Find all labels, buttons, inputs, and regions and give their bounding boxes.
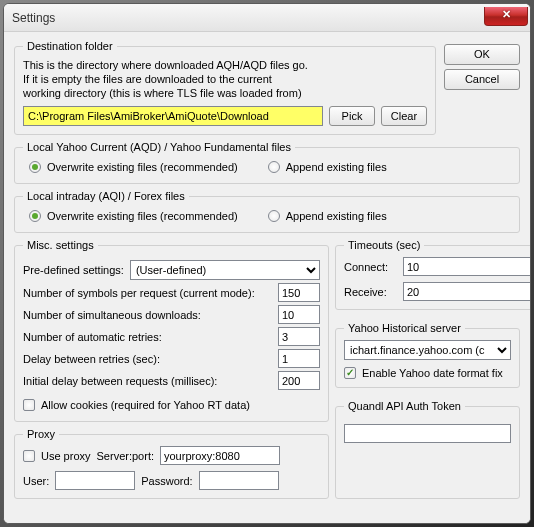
password-input[interactable] (199, 471, 279, 490)
aqd-legend: Local Yahoo Current (AQD) / Yahoo Fundam… (23, 141, 295, 153)
simdl-input[interactable] (278, 305, 320, 324)
clear-button[interactable]: Clear (381, 106, 427, 126)
yahoo-server-select[interactable]: ichart.finance.yahoo.com (c (344, 340, 511, 360)
symreq-label: Number of symbols per request (current m… (23, 287, 272, 299)
predef-select[interactable]: (User-defined) (130, 260, 320, 280)
destination-group: Destination folder This is the directory… (14, 40, 436, 135)
misc-group: Misc. settings Pre-defined settings: (Us… (14, 239, 329, 422)
aqd-append-radio[interactable]: Append existing files (268, 161, 387, 173)
misc-legend: Misc. settings (23, 239, 98, 251)
checkbox-icon (23, 399, 35, 411)
connect-input[interactable] (403, 257, 531, 276)
yahoo-datefix-check[interactable]: Enable Yahoo date format fix (344, 367, 503, 379)
close-button[interactable]: ✕ (484, 7, 528, 26)
checkbox-icon (23, 450, 35, 462)
serverport-input[interactable] (160, 446, 280, 465)
aqi-overwrite-radio[interactable]: Overwrite existing files (recommended) (29, 210, 238, 222)
initdelay-label: Initial delay between requests (millisec… (23, 375, 272, 387)
quandl-legend: Quandl API Auth Token (344, 400, 465, 412)
delayretries-label: Delay between retries (sec): (23, 353, 272, 365)
destination-legend: Destination folder (23, 40, 117, 52)
delayretries-input[interactable] (278, 349, 320, 368)
aqd-group: Local Yahoo Current (AQD) / Yahoo Fundam… (14, 141, 520, 184)
cancel-button[interactable]: Cancel (444, 69, 520, 90)
aqi-append-radio[interactable]: Append existing files (268, 210, 387, 222)
proxy-legend: Proxy (23, 428, 59, 440)
radio-icon (268, 210, 280, 222)
radio-icon (268, 161, 280, 173)
aqi-group: Local intraday (AQI) / Forex files Overw… (14, 190, 520, 233)
retries-label: Number of automatic retries: (23, 331, 272, 343)
predef-label: Pre-defined settings: (23, 264, 124, 276)
destination-desc: This is the directory where downloaded A… (23, 58, 427, 100)
quandl-group: Quandl API Auth Token (335, 400, 520, 499)
retries-input[interactable] (278, 327, 320, 346)
receive-input[interactable] (403, 282, 531, 301)
password-label: Password: (141, 475, 192, 487)
yahoo-hist-legend: Yahoo Historical server (344, 322, 465, 334)
allow-cookies-check[interactable]: Allow cookies (required for Yahoo RT dat… (23, 399, 250, 411)
connect-label: Connect: (344, 261, 399, 273)
serverport-label: Server:port: (97, 450, 154, 462)
radio-icon (29, 161, 41, 173)
page-title: Settings (12, 11, 484, 25)
quandl-token-input[interactable] (344, 424, 511, 443)
destination-path-input[interactable]: C:\Program Files\AmiBroker\AmiQuote\Down… (23, 106, 323, 126)
checkbox-icon (344, 367, 356, 379)
receive-label: Receive: (344, 286, 399, 298)
timeouts-legend: Timeouts (sec) (344, 239, 424, 251)
aqi-legend: Local intraday (AQI) / Forex files (23, 190, 189, 202)
use-proxy-check[interactable]: Use proxy (23, 450, 91, 462)
aqd-overwrite-radio[interactable]: Overwrite existing files (recommended) (29, 161, 238, 173)
radio-icon (29, 210, 41, 222)
pick-button[interactable]: Pick (329, 106, 375, 126)
user-input[interactable] (55, 471, 135, 490)
proxy-group: Proxy Use proxy Server:port: User: Passw… (14, 428, 329, 499)
user-label: User: (23, 475, 49, 487)
yahoo-hist-group: Yahoo Historical server ichart.finance.y… (335, 322, 520, 388)
close-icon: ✕ (502, 8, 511, 20)
simdl-label: Number of simultaneous downloads: (23, 309, 272, 321)
timeouts-group: Timeouts (sec) Connect: Receive: (335, 239, 531, 310)
symreq-input[interactable] (278, 283, 320, 302)
initdelay-input[interactable] (278, 371, 320, 390)
ok-button[interactable]: OK (444, 44, 520, 65)
